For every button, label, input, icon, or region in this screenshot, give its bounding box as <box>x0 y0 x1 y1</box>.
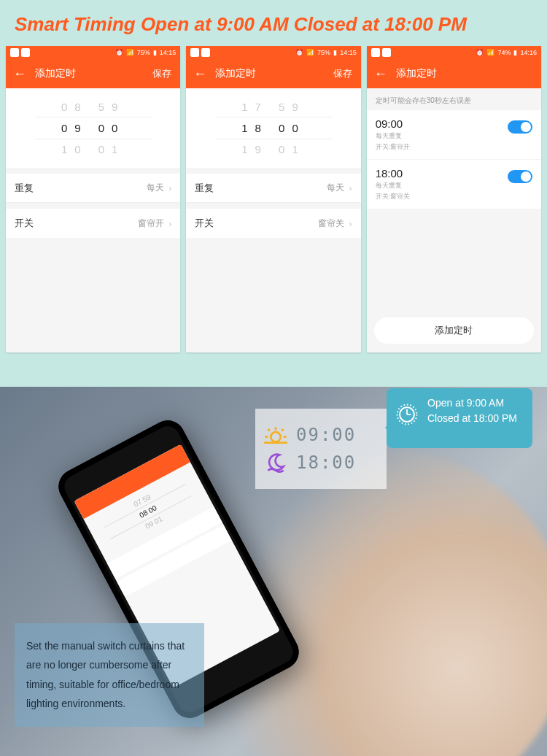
time-picker[interactable]: 08 59 09 00 10 01 <box>6 88 180 168</box>
battery-icon: ▮ <box>333 49 337 56</box>
clock-time: 14:15 <box>160 49 176 56</box>
repeat-value: 每天 <box>327 182 344 194</box>
phone-screen-3: ⏰ 📶 74% ▮ 14:16 ← 添加定时 定时可能会存在30秒左右误差 09… <box>367 46 541 352</box>
chevron-right-icon: › <box>349 218 352 229</box>
back-icon[interactable]: ← <box>374 66 387 82</box>
clock-time: 14:15 <box>340 49 357 56</box>
speech-line-1: Open at 9:00 AM <box>427 396 525 411</box>
phone-screen-1: ⏰ 📶 75% ▮ 14:15 ← 添加定时 保存 08 59 09 00 10… <box>6 46 180 352</box>
repeat-label: 重复 <box>15 182 34 195</box>
description-box: Set the manual switch curtains that are … <box>15 623 204 727</box>
chevron-right-icon: › <box>168 218 171 229</box>
battery-icon: ▮ <box>153 49 157 56</box>
time-overlay-card: 09:00 18:00 <box>255 409 387 489</box>
phone-screen-2: ⏰ 📶 75% ▮ 14:15 ← 添加定时 保存 17 59 18 00 19… <box>186 46 360 352</box>
battery-level: 74% <box>497 49 511 56</box>
headline: Smart Timing Open at 9:00 AM Closed at 1… <box>0 0 547 46</box>
page-title: 添加定时 <box>396 67 437 80</box>
top-bar: ← 添加定时 保存 <box>186 59 360 88</box>
schedule-repeat: 每天重复 <box>376 131 532 141</box>
wifi-icon: 📶 <box>486 49 494 56</box>
clock-icon <box>394 401 420 428</box>
chevron-right-icon: › <box>349 182 352 193</box>
sun-icon <box>264 423 287 447</box>
alarm-icon: ⏰ <box>115 49 123 56</box>
picker-selected: 09 00 <box>35 117 151 139</box>
chevron-right-icon: › <box>168 182 171 193</box>
battery-level: 75% <box>137 49 150 56</box>
schedule-toggle[interactable] <box>508 120 532 134</box>
phones-row: ⏰ 📶 75% ▮ 14:15 ← 添加定时 保存 08 59 09 00 10… <box>0 46 547 352</box>
svg-point-0 <box>271 432 280 441</box>
top-bar: ← 添加定时 保存 <box>6 59 180 88</box>
picker-prev: 17 59 <box>186 99 360 115</box>
svg-line-5 <box>282 429 284 431</box>
back-icon[interactable]: ← <box>193 66 206 82</box>
speech-line-2: Closed at 18:00 PM <box>427 411 525 426</box>
repeat-row[interactable]: 重复 每天 › <box>6 174 180 203</box>
wifi-icon: 📶 <box>306 49 314 56</box>
save-button[interactable]: 保存 <box>333 67 352 80</box>
speech-bubble: Open at 9:00 AM Closed at 18:00 PM <box>387 388 532 448</box>
schedule-toggle[interactable] <box>508 170 532 183</box>
switch-label: 开关 <box>195 217 214 230</box>
schedule-action: 开关:窗帘关 <box>376 192 532 201</box>
open-time: 09:00 <box>296 425 356 445</box>
save-button[interactable]: 保存 <box>152 67 171 80</box>
hero-image: 07 59 08 00 09 01 09:00 18:00 <box>0 387 547 756</box>
picker-next: 10 01 <box>6 141 180 158</box>
switch-value: 窗帘关 <box>318 217 344 230</box>
moon-icon <box>264 451 287 474</box>
picker-prev: 08 59 <box>6 99 180 115</box>
schedule-item[interactable]: 09:00 每天重复 开关:窗帘开 <box>367 110 541 160</box>
status-bar: ⏰ 📶 74% ▮ 14:16 <box>367 46 541 59</box>
schedule-repeat: 每天重复 <box>376 181 532 190</box>
delay-note: 定时可能会存在30秒左右误差 <box>367 88 541 110</box>
svg-line-4 <box>268 429 270 431</box>
close-time: 18:00 <box>296 452 356 473</box>
top-bar: ← 添加定时 <box>367 59 541 88</box>
clock-time: 14:16 <box>520 49 537 56</box>
switch-value: 窗帘开 <box>138 217 164 230</box>
schedule-item[interactable]: 18:00 每天重复 开关:窗帘关 <box>367 160 541 209</box>
picker-selected: 18 00 <box>215 117 331 139</box>
switch-label: 开关 <box>15 217 34 230</box>
wifi-icon: 📶 <box>126 49 134 56</box>
schedule-action: 开关:窗帘开 <box>376 142 532 152</box>
page-title: 添加定时 <box>35 67 76 80</box>
status-bar: ⏰ 📶 75% ▮ 14:15 <box>186 46 360 59</box>
picker-next: 19 01 <box>186 141 360 158</box>
switch-row[interactable]: 开关 窗帘开 › <box>6 209 180 238</box>
switch-row[interactable]: 开关 窗帘关 › <box>186 209 360 238</box>
time-picker[interactable]: 17 59 18 00 19 01 <box>186 88 360 168</box>
alarm-icon: ⏰ <box>295 49 303 56</box>
add-timer-button[interactable]: 添加定时 <box>374 317 534 344</box>
repeat-value: 每天 <box>147 182 164 194</box>
battery-level: 75% <box>317 49 330 56</box>
battery-icon: ▮ <box>513 49 517 56</box>
status-bar: ⏰ 📶 75% ▮ 14:15 <box>6 46 180 59</box>
back-icon[interactable]: ← <box>13 66 26 82</box>
repeat-label: 重复 <box>195 182 214 195</box>
alarm-icon: ⏰ <box>476 49 484 56</box>
page-title: 添加定时 <box>215 67 256 80</box>
repeat-row[interactable]: 重复 每天 › <box>186 174 360 203</box>
